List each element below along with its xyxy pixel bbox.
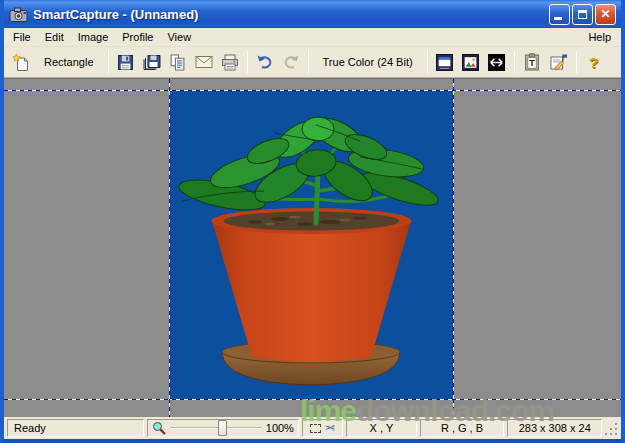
workspace[interactable] <box>4 78 621 417</box>
undo-button[interactable] <box>252 50 278 74</box>
menu-bar: File Edit Image Profile View Help <box>4 28 621 47</box>
capture-shape-label: Rectangle <box>38 56 100 68</box>
menu-image[interactable]: Image <box>71 29 116 45</box>
save-button[interactable] <box>113 50 139 74</box>
menu-help[interactable]: Help <box>580 29 619 45</box>
printer-icon <box>221 54 239 71</box>
zoom-slider[interactable] <box>170 427 262 429</box>
horizontal-arrow-icon <box>488 54 505 71</box>
clipboard-text-button[interactable]: T <box>519 50 545 74</box>
save-multiple-icon <box>143 54 161 71</box>
new-capture-button[interactable] <box>8 50 34 74</box>
resize-grip[interactable] <box>605 423 619 437</box>
capture-shape-button[interactable]: Rectangle <box>34 50 104 74</box>
redo-button[interactable] <box>278 50 304 74</box>
cursor-position-panel: X , Y <box>346 419 417 437</box>
toolbar-separator <box>427 51 428 73</box>
toolbar: Rectangle <box>4 47 621 78</box>
color-depth-button[interactable]: True Color (24 Bit) <box>313 50 423 74</box>
toolbar-separator <box>576 51 577 73</box>
toolbar-separator <box>247 51 248 73</box>
scissors-icon[interactable]: ✂ <box>325 421 335 435</box>
menu-view[interactable]: View <box>160 29 198 45</box>
envelope-icon <box>195 55 213 69</box>
capture-image-button[interactable] <box>458 50 484 74</box>
captured-image-potted-plant[interactable] <box>170 91 453 399</box>
pixel-color-panel: R , G , B <box>420 419 504 437</box>
menu-profile[interactable]: Profile <box>115 29 160 45</box>
image-capture-icon <box>462 54 479 71</box>
redo-icon <box>282 54 300 70</box>
toolbar-separator <box>108 51 109 73</box>
svg-text:T: T <box>529 58 535 68</box>
title-bar: SmartCapture - (Unnamed) ✕ <box>4 0 621 28</box>
selection-rect-icon[interactable] <box>310 424 321 433</box>
camera-icon <box>9 6 29 23</box>
new-page-icon <box>12 53 30 72</box>
color-depth-label: True Color (24 Bit) <box>317 56 419 68</box>
window-capture-icon <box>436 54 453 71</box>
status-bar: Ready 100% ✂ X , Y R , G , B 283 x 308 x… <box>4 417 621 439</box>
app-window: SmartCapture - (Unnamed) ✕ File Edit Ima… <box>0 0 625 443</box>
status-message: Ready <box>7 419 144 437</box>
properties-icon <box>549 53 568 71</box>
zoom-slider-thumb[interactable] <box>218 420 227 436</box>
capture-scroll-button[interactable] <box>484 50 510 74</box>
selection-guide-right <box>453 79 454 417</box>
close-button[interactable]: ✕ <box>595 4 616 25</box>
minimize-button[interactable] <box>549 4 570 25</box>
copy-button[interactable] <box>165 50 191 74</box>
clipboard-icon: T <box>524 53 540 71</box>
help-icon: ? <box>589 54 598 71</box>
save-all-button[interactable] <box>139 50 165 74</box>
email-button[interactable] <box>191 50 217 74</box>
selection-guide-left <box>169 79 170 417</box>
print-button[interactable] <box>217 50 243 74</box>
magnifier-icon <box>152 421 166 435</box>
toolbar-separator <box>514 51 515 73</box>
save-icon <box>117 54 134 71</box>
window-title: SmartCapture - (Unnamed) <box>33 7 549 22</box>
capture-window-button[interactable] <box>432 50 458 74</box>
menu-edit[interactable]: Edit <box>38 29 71 45</box>
help-button[interactable]: ? <box>581 50 607 74</box>
copy-icon <box>169 54 186 71</box>
selection-guide-bottom <box>4 399 621 400</box>
properties-button[interactable] <box>545 50 572 74</box>
undo-icon <box>256 54 274 70</box>
selection-tools-panel: ✂ <box>302 419 343 437</box>
image-dimensions-panel: 283 x 308 x 24 <box>507 419 602 437</box>
maximize-button[interactable] <box>572 4 593 25</box>
menu-file[interactable]: File <box>6 29 38 45</box>
toolbar-separator <box>308 51 309 73</box>
zoom-panel: 100% <box>147 419 299 437</box>
zoom-value: 100% <box>266 422 294 434</box>
selection-guide-top <box>4 90 621 91</box>
